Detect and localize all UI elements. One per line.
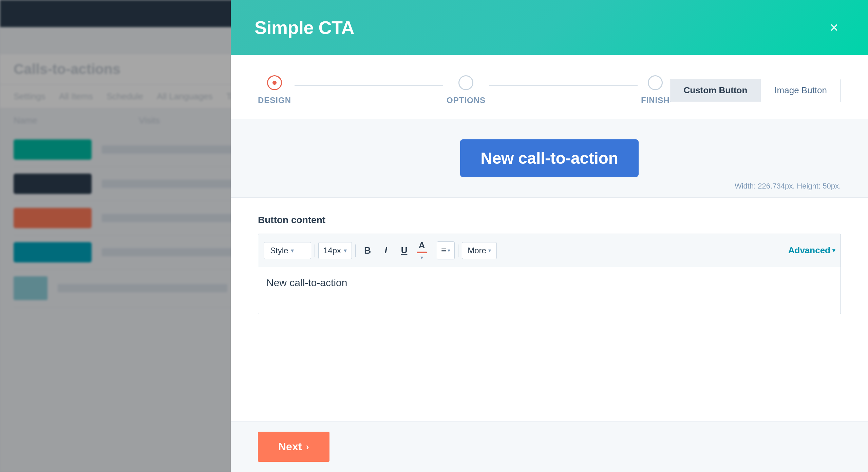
editor-text: New call-to-action (266, 277, 347, 288)
step-label-design: DESIGN (258, 96, 291, 105)
underline-button[interactable]: U (396, 243, 413, 258)
step-finish[interactable]: FINISH (641, 75, 670, 105)
cta-preview-button[interactable]: New call-to-action (460, 139, 638, 177)
size-dropdown[interactable]: 14px ▾ (318, 242, 352, 259)
modal-header: Simple CTA × (231, 0, 868, 55)
editor-section: Button content Style ▾ 14px ▾ B I (231, 198, 868, 421)
style-label: Style (270, 246, 288, 255)
button-type-toggle: Custom Button Image Button (670, 79, 841, 102)
align-arrow: ▾ (448, 247, 450, 254)
modal-title: Simple CTA (254, 17, 354, 38)
step-circle-design (267, 75, 282, 90)
next-arrow-icon: › (306, 441, 309, 452)
size-label: 14px (323, 246, 341, 255)
image-button-type[interactable]: Image Button (761, 79, 841, 102)
advanced-button[interactable]: Advanced ▾ (788, 242, 835, 259)
step-circle-options (458, 75, 473, 90)
advanced-arrow: ▾ (832, 247, 835, 254)
more-button[interactable]: More ▾ (462, 242, 497, 259)
step-line-2 (489, 85, 638, 86)
toolbar-divider-1 (315, 244, 315, 257)
bold-button[interactable]: B (359, 243, 376, 258)
align-button[interactable]: ≡ ▾ (437, 241, 455, 259)
style-dropdown[interactable]: Style ▾ (264, 242, 311, 259)
editor-content[interactable]: New call-to-action (258, 267, 841, 314)
editor-toolbar: Style ▾ 14px ▾ B I U A (258, 234, 841, 267)
step-options[interactable]: OPTIONS (447, 75, 486, 105)
steps-container: DESIGN OPTIONS FINISH (258, 75, 670, 105)
more-label: More (468, 246, 486, 255)
step-design[interactable]: DESIGN (258, 75, 291, 105)
toolbar-divider-4 (458, 244, 458, 257)
more-arrow: ▾ (488, 247, 491, 254)
step-dot-design (272, 81, 277, 85)
step-circle-finish (648, 75, 663, 90)
close-button[interactable]: × (824, 17, 844, 38)
style-dropdown-arrow: ▾ (291, 247, 294, 254)
toolbar-divider-3 (433, 244, 433, 257)
color-icon: A (419, 240, 425, 251)
modal-body: DESIGN OPTIONS FINISH Custom Button Ima (231, 55, 868, 421)
step-line-1 (295, 85, 443, 86)
step-label-options: OPTIONS (447, 96, 486, 105)
size-dropdown-arrow: ▾ (344, 247, 347, 254)
preview-section: New call-to-action Width: 226.734px. Hei… (231, 119, 868, 198)
next-button[interactable]: Next › (258, 432, 329, 462)
modal-panel: Simple CTA × DESIGN OPTIONS (231, 0, 868, 472)
preview-dimensions: Width: 226.734px. Height: 50px. (735, 182, 841, 191)
next-label: Next (278, 440, 302, 453)
italic-button[interactable]: I (377, 243, 394, 258)
toolbar-divider-2 (355, 244, 356, 257)
editor-section-label: Button content (258, 215, 841, 225)
steps-section: DESIGN OPTIONS FINISH Custom Button Ima (231, 55, 868, 119)
custom-button-type[interactable]: Custom Button (670, 79, 761, 102)
align-icon: ≡ (441, 245, 446, 256)
color-button[interactable]: A ▾ (414, 238, 430, 263)
color-arrow: ▾ (420, 254, 423, 261)
modal-footer: Next › (231, 421, 868, 472)
color-swatch (417, 252, 427, 253)
step-label-finish: FINISH (641, 96, 670, 105)
advanced-label: Advanced (788, 245, 830, 256)
